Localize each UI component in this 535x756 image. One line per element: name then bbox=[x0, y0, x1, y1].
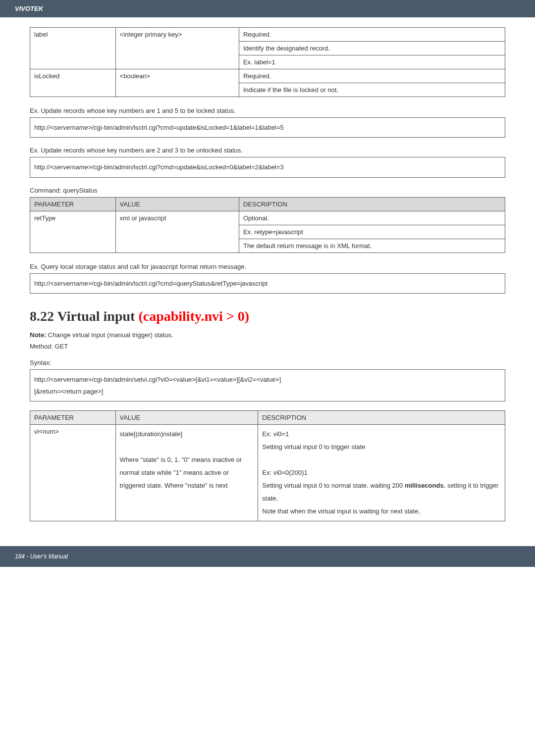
table-virtual-input: PARAMETER VALUE DESCRIPTION vi<num> stat… bbox=[30, 410, 505, 521]
table-row: isLocked <boolean> Required. bbox=[30, 69, 505, 83]
table-row: retType xml or javascript Optional. bbox=[30, 211, 505, 225]
cell-value: <integer primary key> bbox=[115, 28, 239, 69]
url-suffix: /cgi-bin/admin/lsctrl.cgi?cmd=update&isL… bbox=[92, 124, 283, 131]
cell-desc: Indicate if the file is locked or not. bbox=[239, 83, 505, 97]
cell-param: label bbox=[30, 28, 116, 69]
cell-desc: Optional. bbox=[239, 211, 505, 225]
command-label: Command: queryStatus bbox=[30, 187, 505, 194]
url-server: <servername> bbox=[51, 280, 92, 287]
value-line: state[(duration)nstate] bbox=[120, 430, 182, 438]
example-caption: Ex. Update records whose key numbers are… bbox=[30, 147, 505, 154]
header-desc: DESCRIPTION bbox=[239, 197, 505, 211]
cell-param: vi<num> bbox=[30, 424, 116, 521]
url-box: http://<servername>/cgi-bin/admin/lsctrl… bbox=[30, 157, 505, 177]
cell-value: state[(duration)nstate] Where "state" is… bbox=[115, 424, 258, 521]
cell-desc: Ex. label=1 bbox=[239, 55, 505, 69]
header-bar: VIVOTEK bbox=[0, 0, 535, 17]
header-value: VALUE bbox=[115, 410, 258, 424]
desc-line: Note that when the virtual input is wait… bbox=[262, 507, 420, 515]
table-row: label <integer primary key> Required. bbox=[30, 28, 505, 42]
note-line: Note: Change virtual input (manual trigg… bbox=[30, 331, 505, 339]
note-label: Note: bbox=[30, 331, 46, 339]
table-label-islocked: label <integer primary key> Required. Id… bbox=[30, 27, 505, 97]
example-caption: Ex. Update records whose key numbers are… bbox=[30, 107, 505, 114]
cell-param: isLocked bbox=[30, 69, 116, 97]
syntax-label: Syntax: bbox=[30, 359, 505, 366]
cell-desc: Required. bbox=[239, 69, 505, 83]
cell-desc: Ex: vi0=1 Setting virtual input 0 to tri… bbox=[258, 424, 505, 521]
desc-line: Setting virtual input 0 to normal state,… bbox=[262, 482, 405, 489]
section-number: 8.22 Virtual input bbox=[30, 308, 138, 324]
table-header-row: PARAMETER VALUE DESCRIPTION bbox=[30, 197, 505, 211]
page-content: label <integer primary key> Required. Id… bbox=[0, 17, 535, 546]
header-desc: DESCRIPTION bbox=[258, 410, 505, 424]
syntax-box: http://<servername>/cgi-bin/admin/setvi.… bbox=[30, 369, 505, 402]
method-line: Method: GET bbox=[30, 343, 505, 350]
url-box: http://<servername>/cgi-bin/admin/lsctrl… bbox=[30, 273, 505, 294]
brand-text: VIVOTEK bbox=[15, 5, 43, 12]
section-heading: 8.22 Virtual input (capability.nvi > 0) bbox=[30, 308, 505, 324]
header-value: VALUE bbox=[115, 197, 239, 211]
footer-text: 184 - User's Manual bbox=[15, 553, 68, 560]
cell-param: retType bbox=[30, 211, 116, 252]
desc-line: Setting virtual input 0 to trigger state bbox=[262, 443, 365, 451]
syntax-line-1: http://<servername>/cgi-bin/admin/setvi.… bbox=[34, 374, 501, 385]
url-server: <servername> bbox=[51, 163, 92, 171]
url-prefix: http:// bbox=[34, 280, 51, 287]
cell-desc: The default return message is in XML for… bbox=[239, 239, 505, 252]
table-header-row: PARAMETER VALUE DESCRIPTION bbox=[30, 410, 505, 424]
value-line: Where "state" is 0, 1. "0" means inactiv… bbox=[120, 456, 242, 489]
cell-desc: Required. bbox=[239, 28, 505, 42]
desc-bold: milliseconds bbox=[405, 482, 444, 489]
url-server: <servername> bbox=[51, 124, 92, 131]
url-prefix: http:// bbox=[34, 124, 51, 131]
note-text: Change virtual input (manual trigger) st… bbox=[46, 331, 173, 339]
url-prefix: http:// bbox=[34, 163, 51, 171]
url-suffix: /cgi-bin/admin/lsctrl.cgi?cmd=queryStatu… bbox=[92, 280, 268, 287]
cell-value: <boolean> bbox=[115, 69, 239, 97]
section-red: (capability.nvi > 0) bbox=[138, 308, 249, 324]
table-querystatus: PARAMETER VALUE DESCRIPTION retType xml … bbox=[30, 197, 505, 253]
header-param: PARAMETER bbox=[30, 410, 116, 424]
example-caption: Ex. Query local storage status and call … bbox=[30, 263, 505, 270]
cell-value: xml or javascript bbox=[115, 211, 239, 252]
syntax-line-2: [&return=<return page>] bbox=[34, 386, 501, 397]
desc-line: Ex: vi0=0(200)1 bbox=[262, 469, 307, 476]
footer-bar: 184 - User's Manual bbox=[0, 546, 535, 567]
cell-desc: Ex. retype=javascript bbox=[239, 225, 505, 239]
desc-line: Ex: vi0=1 bbox=[262, 430, 289, 438]
url-box: http://<servername>/cgi-bin/admin/lsctrl… bbox=[30, 117, 505, 138]
url-suffix: /cgi-bin/admin/lsctrl.cgi?cmd=update&isL… bbox=[92, 163, 283, 171]
cell-desc: Identify the designated record. bbox=[239, 42, 505, 55]
table-row: vi<num> state[(duration)nstate] Where "s… bbox=[30, 424, 505, 521]
header-param: PARAMETER bbox=[30, 197, 116, 211]
